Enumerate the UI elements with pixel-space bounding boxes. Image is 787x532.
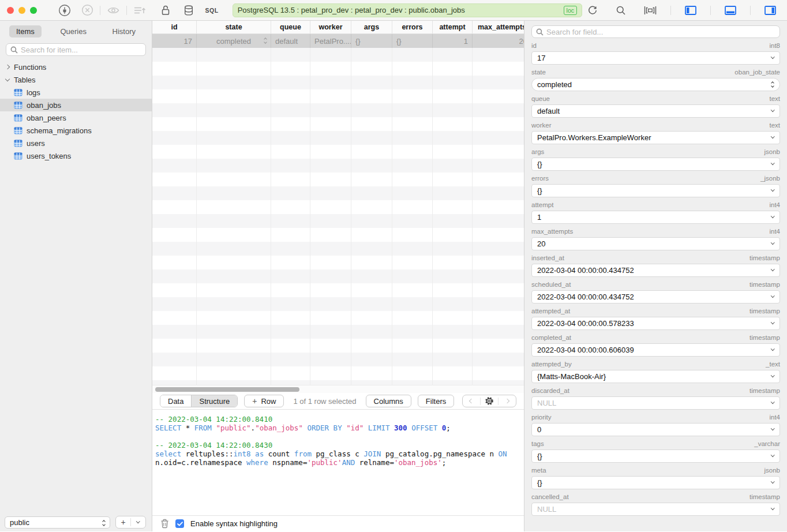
syntax-highlighting-checkbox[interactable] xyxy=(175,519,184,528)
trash-icon[interactable] xyxy=(160,519,169,529)
chevron-down-icon[interactable] xyxy=(5,76,10,81)
connection-icon[interactable] xyxy=(58,4,71,17)
field-input-tags[interactable]: {} xyxy=(531,449,780,463)
field-input-id[interactable]: 17 xyxy=(531,51,780,65)
column-header-errors[interactable]: errors xyxy=(392,21,433,33)
field-input-errors[interactable]: {} xyxy=(531,184,780,197)
field-input-state[interactable]: completed xyxy=(531,78,780,91)
cell-errors[interactable]: {} xyxy=(392,34,433,48)
table-row[interactable]: 17completeddefaultPetalPro....{}{}120 xyxy=(152,34,524,48)
field-input-meta[interactable]: {} xyxy=(531,476,780,489)
empty-row[interactable] xyxy=(152,131,524,145)
refresh-icon[interactable] xyxy=(587,5,598,16)
empty-row[interactable] xyxy=(152,89,524,103)
empty-row[interactable] xyxy=(152,200,524,214)
column-header-attempt[interactable]: attempt xyxy=(433,21,473,33)
empty-row[interactable] xyxy=(152,297,524,311)
empty-row[interactable] xyxy=(152,186,524,200)
tab-history[interactable]: History xyxy=(106,25,143,38)
minimize-window-icon[interactable] xyxy=(18,7,25,14)
cell-state[interactable]: completed xyxy=(197,34,271,48)
empty-row[interactable] xyxy=(152,62,524,76)
sidebar-item-users_tokens[interactable]: users_tokens xyxy=(0,149,152,162)
empty-row[interactable] xyxy=(152,256,524,269)
horizontal-scrollbar[interactable] xyxy=(152,385,524,393)
cell-worker[interactable]: PetalPro.... xyxy=(310,34,351,48)
search-icon[interactable] xyxy=(616,5,626,16)
sidebar-item-logs[interactable]: logs xyxy=(0,86,152,99)
filters-button[interactable]: Filters xyxy=(418,395,454,407)
page-settings-button[interactable] xyxy=(481,395,498,407)
lock-icon[interactable] xyxy=(160,5,171,16)
empty-row[interactable] xyxy=(152,339,524,353)
sql-log[interactable]: -- 2022-03-04 14:22:00.8410SELECT * FROM… xyxy=(152,410,524,516)
cell-attempt[interactable]: 1 xyxy=(433,34,473,48)
cell-id[interactable]: 17 xyxy=(152,34,197,48)
empty-row[interactable] xyxy=(152,283,524,297)
horizontal-scrollbar-thumb[interactable] xyxy=(155,387,299,392)
empty-row[interactable] xyxy=(152,228,524,242)
cell-queue[interactable]: default xyxy=(271,34,310,48)
cell-max_attempts[interactable]: 20 xyxy=(473,34,524,48)
tree-group-functions[interactable]: Functions xyxy=(0,61,152,73)
empty-row[interactable] xyxy=(152,325,524,339)
column-header-args[interactable]: args xyxy=(351,21,392,33)
empty-row[interactable] xyxy=(152,269,524,283)
zoom-window-icon[interactable] xyxy=(30,7,37,14)
add-item-menu-button[interactable] xyxy=(131,516,145,528)
empty-row[interactable] xyxy=(152,242,524,256)
field-input-worker[interactable]: PetalPro.Workers.ExampleWorker xyxy=(531,131,780,144)
sidebar-item-oban_peers[interactable]: oban_peers xyxy=(0,111,152,124)
panel-right-icon[interactable] xyxy=(764,6,776,15)
empty-row[interactable] xyxy=(152,145,524,159)
add-item-button[interactable]: + xyxy=(116,516,130,528)
empty-row[interactable] xyxy=(152,214,524,228)
previous-page-button[interactable] xyxy=(463,395,480,407)
sidebar-item-oban_jobs[interactable]: oban_jobs xyxy=(0,99,152,111)
field-input-attempted_by[interactable]: {Matts-MacBook-Air} xyxy=(531,370,780,383)
column-header-id[interactable]: id xyxy=(152,21,197,33)
sidebar-item-schema_migrations[interactable]: schema_migrations xyxy=(0,124,152,137)
column-header-queue[interactable]: queue xyxy=(271,21,310,33)
connection-status-pill[interactable]: PostgreSQL 13.5 : petal_pro_dev : petal_… xyxy=(233,3,582,17)
empty-row[interactable] xyxy=(152,159,524,173)
field-input-args[interactable]: {} xyxy=(531,158,780,171)
column-header-max_attempts[interactable]: max_attempts xyxy=(473,21,524,33)
tab-items[interactable]: Items xyxy=(9,25,42,38)
empty-row[interactable] xyxy=(152,380,524,385)
field-input-discarded_at[interactable]: NULL xyxy=(531,396,780,410)
tab-data[interactable]: Data xyxy=(160,395,192,407)
next-page-button[interactable] xyxy=(499,395,516,407)
empty-row[interactable] xyxy=(152,173,524,186)
field-input-max_attempts[interactable]: 20 xyxy=(531,237,780,250)
chevron-right-icon[interactable] xyxy=(5,65,10,69)
close-window-icon[interactable] xyxy=(7,7,14,14)
field-input-attempt[interactable]: 1 xyxy=(531,211,780,224)
field-input-scheduled_at[interactable]: 2022-03-04 00:00:00.434752 xyxy=(531,290,780,304)
tree-group-tables[interactable]: Tables xyxy=(0,73,152,86)
field-input-attempted_at[interactable]: 2022-03-04 00:00:00.578233 xyxy=(531,317,780,330)
empty-row[interactable] xyxy=(152,366,524,380)
field-search-input[interactable]: Search for field... xyxy=(531,25,780,38)
cell-args[interactable]: {} xyxy=(351,34,392,48)
add-row-button[interactable]: + Row xyxy=(244,395,284,407)
column-header-state[interactable]: state xyxy=(197,21,271,33)
empty-row[interactable] xyxy=(152,117,524,131)
empty-row[interactable] xyxy=(152,311,524,325)
empty-row[interactable] xyxy=(152,103,524,117)
field-input-completed_at[interactable]: 2022-03-04 00:00:00.606039 xyxy=(531,343,780,357)
tab-queries[interactable]: Queries xyxy=(53,25,93,38)
column-header-worker[interactable]: worker xyxy=(310,21,351,33)
field-input-queue[interactable]: default xyxy=(531,104,780,118)
database-icon[interactable] xyxy=(183,5,194,16)
sql-editor-icon[interactable]: SQL xyxy=(205,7,219,14)
empty-row[interactable] xyxy=(152,76,524,89)
grid-body[interactable]: 17completeddefaultPetalPro....{}{}120 xyxy=(152,34,524,385)
panel-left-icon[interactable] xyxy=(685,6,696,15)
field-input-cancelled_at[interactable]: NULL xyxy=(531,503,780,516)
field-input-inserted_at[interactable]: 2022-03-04 00:00:00.434752 xyxy=(531,264,780,277)
schema-select[interactable]: public xyxy=(5,516,110,529)
columns-button[interactable]: Columns xyxy=(366,395,411,407)
field-input-priority[interactable]: 0 xyxy=(531,423,780,436)
empty-row[interactable] xyxy=(152,48,524,62)
